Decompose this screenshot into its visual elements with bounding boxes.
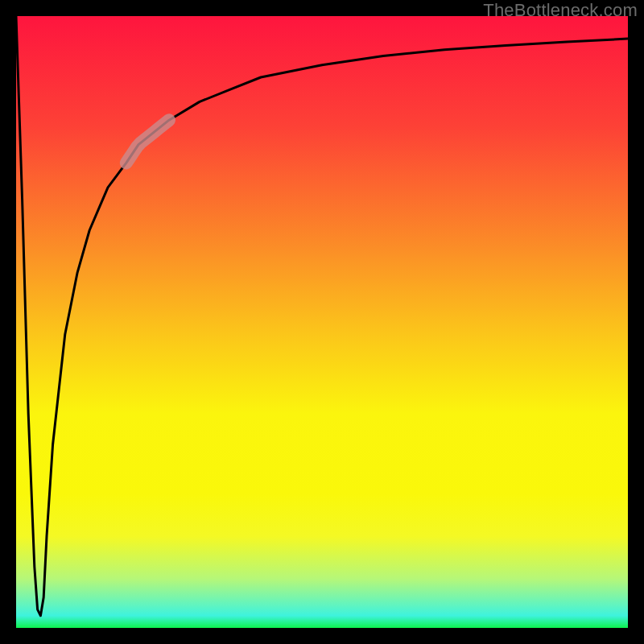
chart-svg [16,16,628,628]
plot-area [16,16,628,628]
chart-frame: TheBottleneck.com [0,0,644,644]
gradient-background [16,16,628,628]
